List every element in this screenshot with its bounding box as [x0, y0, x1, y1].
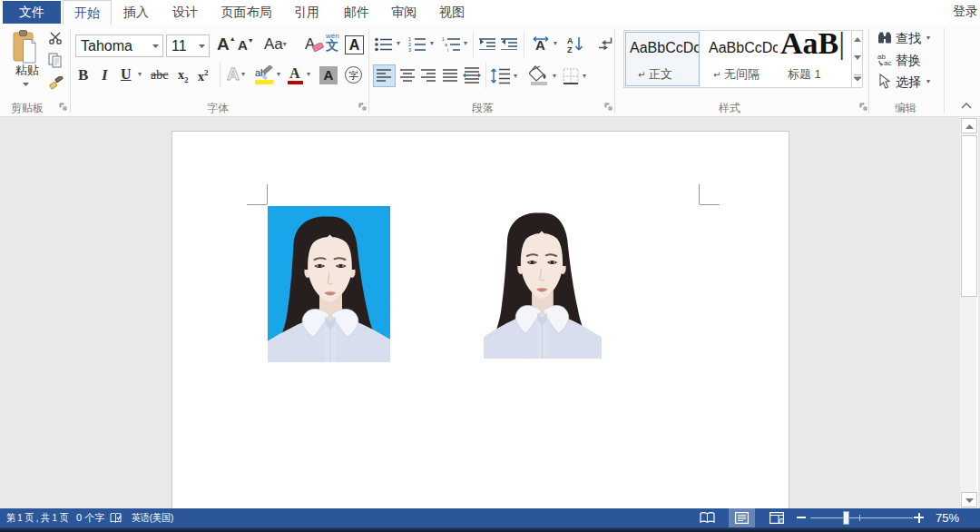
svg-text:A: A	[567, 36, 573, 45]
svg-text:i: i	[447, 47, 448, 53]
svg-text:3: 3	[408, 47, 411, 53]
svg-text:ac: ac	[884, 59, 891, 66]
svg-text:Z: Z	[567, 45, 573, 54]
